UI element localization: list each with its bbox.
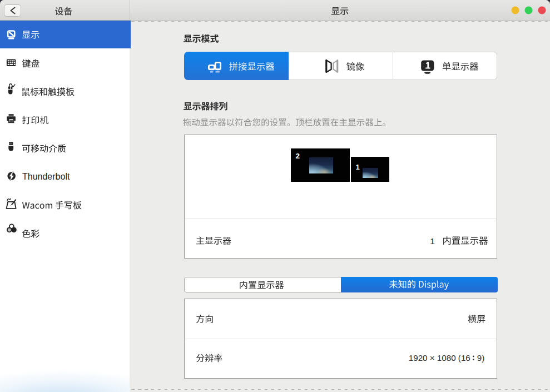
svg-text:1: 1 (430, 236, 435, 246)
svg-text:1920 × 1080 (16: 1920 × 1080 (16 (409, 353, 470, 363)
svg-text:1: 1 (356, 163, 360, 171)
svg-text:2: 2 (296, 152, 300, 160)
svg-text:9): 9) (477, 353, 485, 363)
svg-text:Thunderbolt: Thunderbolt (22, 172, 70, 181)
